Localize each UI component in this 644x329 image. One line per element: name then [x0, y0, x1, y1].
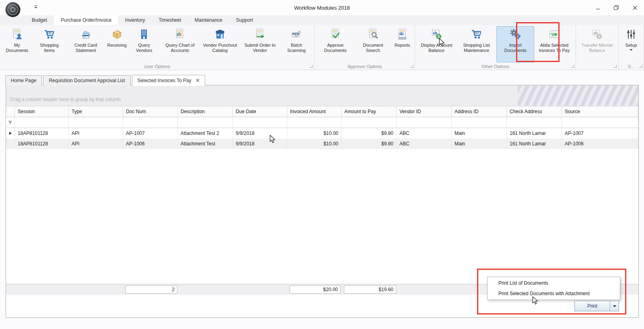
- document-tab-selected-invoices-to-pay[interactable]: Selected Invoices To Pay: [132, 75, 205, 86]
- cell-source: AP-1007: [562, 128, 638, 139]
- ribbon-button-query-chart-of-accounts[interactable]: Query Chart of Accounts: [160, 26, 200, 62]
- ribbon-button-label: Approve Documents: [318, 43, 352, 53]
- dialog-launcher-icon[interactable]: [571, 65, 574, 68]
- document-search-icon: [366, 28, 379, 41]
- sliders-icon: [625, 28, 638, 41]
- my-documents-icon: [10, 28, 23, 41]
- app-logo[interactable]: [5, 2, 21, 19]
- dialog-launcher-icon[interactable]: [614, 65, 617, 68]
- document-tab-label: Requisition Document Approval List: [49, 78, 125, 83]
- cell-amount-to-pay: $9.80: [342, 139, 397, 149]
- ribbon-group-user-options: My DocumentsShopping ItemsCredit Card St…: [0, 25, 315, 70]
- ribbon-button-label: Setup: [625, 43, 637, 48]
- gears-icon: [509, 28, 522, 41]
- print-button[interactable]: Print: [574, 301, 610, 311]
- ribbon-button-import-documents[interactable]: Import Documents: [496, 26, 534, 62]
- print-context-menu: Print List of DocumentsPrint Selected Do…: [487, 277, 620, 300]
- cell-address-id: Main: [452, 139, 507, 149]
- grid-row-ap-1007[interactable]: 18AP8101128APIAP-1007Attachment Test 29/…: [6, 128, 638, 139]
- minimize-icon: [596, 6, 600, 10]
- restore-icon: [614, 5, 619, 10]
- grid-row-ap-1006[interactable]: 18AP8101128APIAP-1006Attachment Test9/9/…: [6, 139, 638, 149]
- storefront-icon: [214, 28, 226, 41]
- restore-button[interactable]: [607, 0, 625, 15]
- shopping-cart-icon: [470, 28, 483, 41]
- ribbon-tab-budget[interactable]: Budget: [25, 15, 54, 25]
- ribbon-button-label: Query Chart of Accounts: [163, 43, 198, 53]
- ribbon-button-label: Shopping Items: [35, 43, 64, 53]
- cell-invoiced-amount: $10.00: [287, 139, 342, 149]
- ribbon-button-document-search[interactable]: Document Search: [355, 26, 391, 62]
- cell-amount-to-pay: $9.80: [342, 128, 397, 139]
- ribbon-tab-inventory[interactable]: Inventory: [118, 15, 152, 25]
- print-dropdown-button[interactable]: [610, 301, 619, 311]
- menu-item-print-list-of-documents[interactable]: Print List of Documents: [488, 278, 620, 288]
- ribbon-button-reports[interactable]: Reports: [391, 26, 414, 62]
- close-button[interactable]: [625, 0, 644, 15]
- menu-item-print-selected-documents-with-attachment[interactable]: Print Selected Documents with Attachment: [488, 288, 620, 299]
- ribbon-button-approve-documents[interactable]: Approve Documents: [316, 26, 355, 62]
- document-tab-home-page[interactable]: Home Page: [5, 75, 42, 85]
- ribbon-button-vendor-punchout-catalog[interactable]: Vendor Punchout Catalog: [200, 26, 240, 62]
- approve-document-icon: [329, 28, 342, 41]
- ribbon-button-setup[interactable]: Setup: [620, 26, 642, 62]
- ribbon-button-query-vendors[interactable]: Query Vendors: [128, 26, 160, 62]
- cell-vendor-id: ABC: [397, 139, 452, 149]
- dialog-launcher-icon[interactable]: [310, 65, 313, 68]
- document-tab-strip: Home PageRequisition Document Approval L…: [0, 74, 206, 85]
- cell-doc-num: AP-1007: [123, 128, 178, 139]
- ribbon-group-other-options: $Display Account BalanceShopping List Ma…: [415, 25, 576, 70]
- svg-text:$: $: [599, 35, 601, 39]
- quick-access-dropdown-icon[interactable]: [34, 5, 38, 9]
- svg-text:$: $: [438, 35, 440, 39]
- ribbon-button-batch-scanning[interactable]: Batch Scanning: [280, 26, 313, 62]
- cell-invoiced-amount: $10.00: [287, 128, 342, 139]
- ribbon-tab-support[interactable]: Support: [229, 15, 260, 25]
- selected-row-indicator-icon: [6, 128, 15, 139]
- window-controls: [588, 0, 644, 15]
- minimize-button[interactable]: [588, 0, 607, 15]
- ribbon-button-label: Abila Selected Invoices To Pay: [537, 43, 572, 53]
- print-split-button: Print: [574, 301, 619, 311]
- tab-close-icon[interactable]: [196, 79, 200, 82]
- ribbon-tab-maintenance[interactable]: Maintenance: [188, 15, 229, 25]
- ribbon-tab-purchase-order-invoice[interactable]: Purchase Order/Invoice: [54, 15, 118, 25]
- ribbon-button-label: Shopping List Maintenance: [459, 43, 494, 53]
- ribbon-button-abila-selected-invoices-to-pay[interactable]: Abila Selected Invoices To Pay: [534, 26, 574, 62]
- ribbon-button-shopping-items[interactable]: Shopping Items: [33, 26, 66, 62]
- ribbon-button-label: Credit Card Statement: [68, 43, 103, 53]
- credit-card-cloud-icon: [79, 28, 92, 41]
- ribbon-group-s: SetupS...: [619, 25, 644, 70]
- dialog-launcher-icon[interactable]: [639, 65, 642, 68]
- document-tab-requisition-document-approval-list[interactable]: Requisition Document Approval List: [43, 75, 130, 85]
- summary-pay-total: $19.60: [344, 286, 396, 294]
- ribbon-button-credit-card-statement[interactable]: Credit Card Statement: [66, 26, 105, 62]
- ribbon-button-label: Query Vendors: [131, 43, 158, 53]
- cell-due-date: 9/9/2018: [233, 128, 287, 139]
- ribbon-tab-timesheet[interactable]: Timesheet: [152, 15, 188, 25]
- row-indicator: [6, 139, 15, 149]
- cell-type: API: [69, 128, 123, 139]
- cell-description: Attachment Test 2: [178, 128, 233, 139]
- ribbon-group-approver-options: Approve DocumentsDocument SearchReportsA…: [315, 25, 415, 70]
- ribbon: My DocumentsShopping ItemsCredit Card St…: [0, 25, 644, 70]
- ribbon-button-submit-order-to-vendor[interactable]: Submit Order to Vendor: [240, 26, 280, 62]
- cell-check-address: 161 North Lamar: [507, 128, 562, 139]
- cell-description: Attachment Test: [178, 139, 233, 149]
- chevron-down-icon: [630, 49, 633, 51]
- cell-source: AP-1006: [562, 139, 638, 149]
- ribbon-button-label: Receiving: [107, 43, 127, 48]
- ribbon-button-my-documents[interactable]: My Documents: [1, 26, 33, 62]
- ribbon-button-receiving[interactable]: Receiving: [106, 26, 128, 62]
- ribbon-button-shopping-list-maintenance[interactable]: Shopping List Maintenance: [457, 26, 497, 62]
- document-tab-label: Selected Invoices To Pay: [138, 78, 191, 83]
- dialog-launcher-icon[interactable]: [410, 65, 413, 68]
- building-icon: [138, 28, 150, 41]
- cell-type: API: [69, 139, 123, 149]
- invoice-pay-icon: [548, 28, 561, 41]
- ribbon-group-label: S...: [628, 64, 635, 69]
- ribbon-group-blank: $Transfer Microix Balance: [576, 25, 619, 70]
- ribbon-button-display-account-balance[interactable]: $Display Account Balance: [416, 26, 457, 62]
- ribbon-button-label: Vendor Punchout Catalog: [202, 43, 237, 53]
- ribbon-button-label: My Documents: [4, 43, 31, 53]
